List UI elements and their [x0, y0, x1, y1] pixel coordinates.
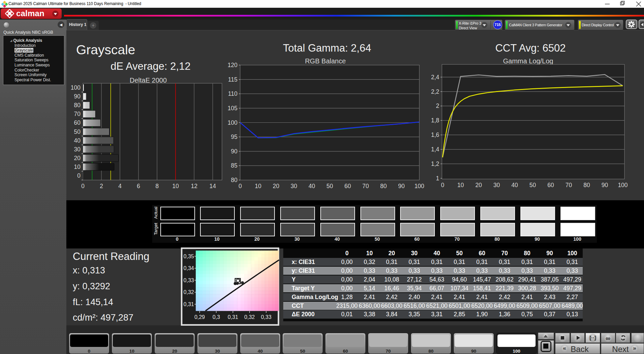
svg-text:Gamma Log/Log: Gamma Log/Log	[503, 57, 553, 65]
svg-text:0,29: 0,29	[194, 314, 205, 320]
svg-text:0,33: 0,33	[261, 314, 271, 320]
svg-text:10: 10	[255, 183, 261, 189]
svg-text:0: 0	[81, 183, 85, 189]
svg-text:1: 1	[436, 175, 439, 182]
svg-text:0,31: 0,31	[184, 301, 194, 307]
svg-text:100: 100	[228, 119, 237, 126]
svg-text:0,35: 0,35	[184, 254, 194, 259]
svg-text:6: 6	[137, 183, 140, 189]
svg-text:115: 115	[228, 76, 237, 83]
svg-text:20: 20	[74, 155, 81, 161]
svg-text:50: 50	[529, 182, 536, 188]
svg-text:70: 70	[566, 182, 572, 188]
svg-text:8: 8	[155, 183, 159, 189]
svg-text:80: 80	[231, 177, 238, 183]
svg-text:0,33: 0,33	[184, 277, 194, 283]
svg-text:100: 100	[414, 183, 424, 189]
svg-text:0,31: 0,31	[228, 314, 238, 320]
svg-text:0: 0	[238, 183, 242, 189]
svg-text:100: 100	[618, 182, 627, 188]
svg-text:110: 110	[228, 90, 237, 97]
svg-text:2: 2	[436, 102, 439, 109]
svg-text:0,34: 0,34	[184, 265, 194, 271]
svg-text:40: 40	[309, 183, 315, 189]
svg-text:105: 105	[228, 105, 237, 112]
svg-text:80: 80	[583, 182, 590, 188]
svg-text:90: 90	[231, 148, 238, 155]
svg-text:Grayscale: Grayscale	[76, 42, 135, 57]
svg-text:30: 30	[493, 182, 500, 188]
svg-text:0,32: 0,32	[244, 314, 255, 320]
svg-text:Total Gamma: 2,64: Total Gamma: 2,64	[283, 42, 371, 54]
svg-text:1,8: 1,8	[431, 117, 439, 124]
svg-text:2: 2	[100, 183, 103, 189]
svg-text:20: 20	[475, 182, 482, 188]
svg-text:95: 95	[231, 134, 237, 140]
svg-text:0: 0	[77, 172, 80, 179]
svg-text:100: 100	[71, 84, 80, 91]
svg-text:50: 50	[326, 183, 333, 189]
svg-text:2,2: 2,2	[431, 88, 439, 95]
svg-text:40: 40	[511, 182, 518, 188]
svg-text:60: 60	[547, 182, 554, 188]
svg-text:1,2: 1,2	[431, 160, 439, 167]
svg-text:4: 4	[118, 183, 122, 189]
svg-text:50: 50	[74, 128, 81, 135]
svg-text:1,6: 1,6	[431, 131, 439, 138]
svg-text:10: 10	[172, 183, 179, 189]
svg-text:90: 90	[74, 93, 81, 100]
svg-text:90: 90	[398, 183, 405, 189]
svg-text:70: 70	[362, 183, 369, 189]
svg-text:120: 120	[228, 62, 237, 68]
svg-text:90: 90	[602, 182, 608, 188]
svg-text:80: 80	[380, 183, 387, 189]
svg-text:40: 40	[74, 137, 81, 144]
svg-text:80: 80	[74, 102, 81, 109]
svg-text:0,32: 0,32	[184, 289, 194, 295]
svg-text:12: 12	[191, 183, 197, 189]
svg-text:CCT Avg: 6502: CCT Avg: 6502	[495, 42, 566, 54]
svg-text:DeltaE 2000: DeltaE 2000	[130, 77, 167, 84]
svg-text:30: 30	[74, 146, 81, 153]
svg-text:10: 10	[74, 164, 81, 170]
svg-text:85: 85	[231, 162, 237, 169]
svg-text:0,3: 0,3	[213, 314, 220, 320]
svg-text:70: 70	[74, 111, 81, 117]
svg-text:RGB Balance: RGB Balance	[305, 57, 346, 65]
svg-text:60: 60	[74, 119, 81, 126]
svg-text:1,4: 1,4	[431, 146, 440, 153]
svg-text:14: 14	[210, 183, 216, 189]
svg-text:60: 60	[344, 183, 351, 189]
svg-text:10: 10	[457, 182, 464, 188]
svg-text:2,4: 2,4	[431, 74, 440, 81]
svg-text:30: 30	[291, 183, 297, 189]
svg-text:0: 0	[441, 182, 444, 188]
svg-text:dE Average: 2,12: dE Average: 2,12	[110, 60, 190, 72]
svg-text:20: 20	[273, 183, 280, 189]
